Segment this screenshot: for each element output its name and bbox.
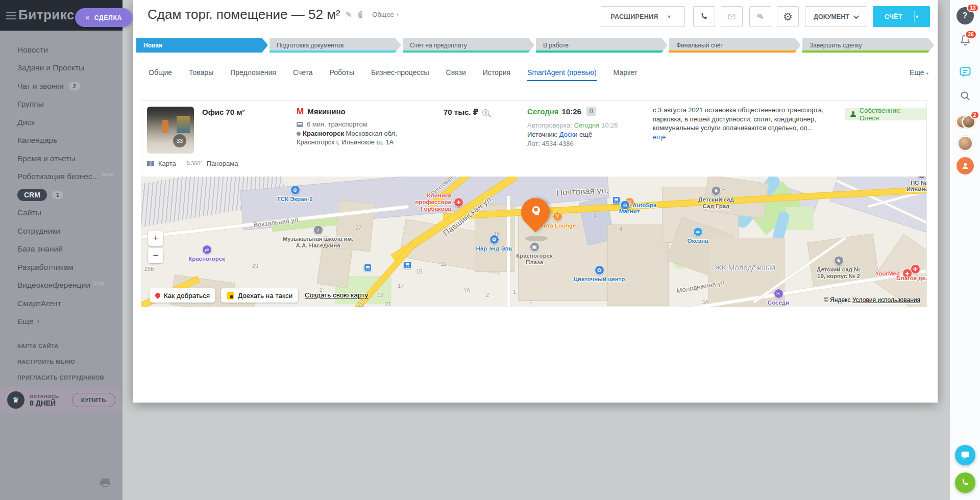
sidebar-item-группы[interactable]: Группы — [0, 95, 122, 114]
edit-title-icon[interactable]: ✎ — [346, 10, 352, 19]
building-number: 17 — [398, 283, 404, 289]
sidebar-footer-link[interactable]: ПРИГЛАСИТЬ СОТРУДНИКОВ — [17, 374, 104, 381]
price-search-icon[interactable]: $ — [482, 109, 489, 116]
sidebar-item-новости[interactable]: Новости — [0, 41, 122, 59]
contact-center-button[interactable] — [957, 157, 974, 174]
poi-label: Цветочный центр — [566, 276, 632, 283]
paperclip-icon[interactable] — [357, 11, 364, 18]
poi-autospa[interactable]: ⊛AutoSpa — [620, 201, 668, 210]
sidebar-item-база-знаний[interactable]: База знаний — [0, 240, 122, 259]
help-button[interactable]: ? 13 — [957, 7, 974, 24]
sidebar-item-диск[interactable]: Диск — [0, 113, 122, 132]
tab-история[interactable]: История — [483, 68, 510, 81]
poi-gsk-ekran-2[interactable]: ⊛ГСК Экран-2 — [272, 185, 318, 203]
sidebar-item-label: СмартАгент — [17, 299, 61, 308]
route-button[interactable]: Как добраться — [150, 288, 215, 303]
poi-krasnogorsk-plaza[interactable]: ▣Красногорск Плаза — [509, 242, 560, 266]
tab-маркет[interactable]: Маркет — [614, 68, 638, 81]
messenger-button[interactable] — [958, 65, 972, 81]
chat-button[interactable] — [749, 6, 771, 27]
tab-роботы[interactable]: Роботы — [330, 68, 354, 81]
stage-в-работе[interactable]: В работе — [536, 38, 668, 53]
poi-clinic-gorbakova[interactable]: ✚Клиника профессора Горбакова — [405, 192, 463, 213]
kindergarten-sad-grad-icon: ♞ — [712, 186, 721, 195]
building-number: 2 — [486, 292, 489, 298]
sidebar-footer-link[interactable]: НАСТРОИТЬ МЕНЮ — [17, 359, 104, 365]
sidebar-item-календарь[interactable]: Календарь — [0, 132, 122, 150]
chevron-down-icon: ▾ — [926, 71, 928, 76]
sidebar-item-смартагент[interactable]: СмартАгент — [0, 294, 122, 313]
invoice-button[interactable]: СЧЁТ ▼ — [873, 6, 930, 27]
extensions-button[interactable]: РАСШИРЕНИЯ ▼ — [601, 6, 685, 27]
sidebar-item-label: Видеоконференции — [17, 281, 90, 290]
user-avatar-button[interactable] — [958, 136, 973, 151]
sidebar-item-задачи-и-проекты[interactable]: Задачи и Проекты — [0, 59, 122, 78]
sidebar-item-сотрудники[interactable]: Сотрудники — [0, 222, 122, 240]
tab-товары[interactable]: Товары — [189, 68, 213, 81]
sidebar-item-роботизация-бизнес-[interactable]: Роботизация бизнес...beta — [0, 168, 122, 186]
beta-label: beta — [102, 171, 113, 177]
poi-okeana[interactable]: ♒Океана — [680, 227, 716, 244]
map-zoom-in-button[interactable]: + — [148, 231, 163, 246]
stage-завершить-сделку[interactable]: Завершить сделку — [802, 38, 934, 53]
poi-music-school[interactable]: ♪Музыкальная школа им. А.А. Наседкина — [280, 225, 356, 249]
settings-button[interactable]: ⚙ — [777, 6, 799, 27]
stage-label: Подготовка документов — [277, 42, 344, 49]
widget-chat-button[interactable] — [955, 445, 975, 465]
listing-address: Красногорск Московская обл, Красногорск … — [297, 129, 434, 146]
listing-photo[interactable] — [147, 107, 194, 154]
poi-sosedi[interactable]: ✂Соседи — [761, 289, 796, 306]
tab-предложения[interactable]: Предложения — [230, 68, 276, 81]
hamburger-menu-icon[interactable] — [6, 12, 16, 19]
source-link[interactable]: Доски — [559, 131, 578, 138]
email-button[interactable] — [721, 6, 743, 27]
building-number: 1 — [513, 289, 516, 295]
poi-blagoe-delo[interactable]: ✚Благое дел... — [892, 264, 926, 282]
map-toggle[interactable]: Карта — [158, 160, 176, 167]
stage-финальный-счёт[interactable]: Финальный счёт — [669, 38, 801, 53]
poi-flower-center[interactable]: ✿Цветочный центр — [566, 265, 632, 283]
tab-счета[interactable]: Счета — [293, 68, 313, 81]
building-number: 3А — [702, 299, 708, 305]
buy-button[interactable]: КУПИТЬ — [72, 393, 115, 407]
yandex-map[interactable]: Вокзальная ул.Павшинская ул.Почтовая ул.… — [141, 177, 926, 307]
tab-бизнес-процессы[interactable]: Бизнес-процессы — [371, 68, 429, 81]
sidebar-item-ещё[interactable]: Ещё▾ — [0, 313, 122, 331]
stage-новая[interactable]: Новая — [136, 38, 268, 53]
support-call-button[interactable] — [955, 472, 975, 493]
map-terms-link[interactable]: Условия использования — [852, 296, 920, 304]
description-more-link[interactable]: ещё — [653, 133, 666, 141]
poi-kindergarten-19[interactable]: ♞Детский сад № 19, корпус № 2 — [813, 256, 864, 280]
sidebar-item-сайты[interactable]: Сайты — [0, 204, 122, 222]
sidebar-item-label: Ещё — [17, 317, 34, 326]
search-button[interactable] — [959, 90, 971, 104]
taxi-button[interactable]: Доехать на такси — [221, 288, 298, 303]
sidebar-footer-link[interactable]: КАРТА САЙТА — [17, 343, 104, 349]
stage-счёт-на-предоплату[interactable]: Счёт на предоплату — [403, 38, 534, 53]
notifications-button[interactable]: 26 — [959, 34, 972, 49]
call-button[interactable] — [693, 6, 715, 27]
document-button[interactable]: ДОКУМЕНТ — [805, 6, 866, 27]
poi-krasnogorsk-station[interactable]: ⇄Красногорск — [181, 245, 232, 262]
sidebar-item-видеоконференции[interactable]: Видеоконференцииbeta — [0, 277, 122, 295]
sidebar-item-crm[interactable]: CRM1 — [0, 186, 122, 204]
stage-подготовка-документов[interactable]: Подготовка документов — [270, 38, 401, 53]
scope-dropdown[interactable]: Общее ▾ — [372, 11, 399, 18]
map-zoom-out-button[interactable]: − — [148, 248, 163, 263]
tab-more[interactable]: Еще ▾ — [910, 68, 928, 77]
close-deal-slider-button[interactable]: × СДЕЛКА — [75, 8, 132, 27]
tab-общие[interactable]: Общие — [149, 68, 172, 81]
tab-связи[interactable]: Связи — [446, 68, 466, 81]
sidebar-item-разработчикам[interactable]: Разработчикам — [0, 258, 122, 277]
sidebar-item-чат-и-звонки[interactable]: Чат и звонки2 — [0, 77, 122, 95]
sidebar-badge: 1 — [52, 191, 63, 199]
poi-label: Красногорск Плаза — [509, 253, 560, 266]
sidebar-item-время-и-отчеты[interactable]: Время и отчеты — [0, 149, 122, 168]
building-number: 15 — [416, 268, 422, 274]
recent-users-button[interactable]: 2 — [956, 114, 974, 130]
create-map-link[interactable]: Создать свою карту — [305, 291, 368, 299]
poi-ps-8[interactable]: ◎ПС № 8 Ильинск... — [904, 177, 926, 193]
poi-kindergarten-sad-grad[interactable]: ♞Детский сад Сад-Град — [692, 186, 741, 210]
panorama-toggle[interactable]: Панорама — [207, 160, 238, 167]
tab-smartagent-превью-[interactable]: SmartAgent (превью) — [527, 68, 597, 81]
